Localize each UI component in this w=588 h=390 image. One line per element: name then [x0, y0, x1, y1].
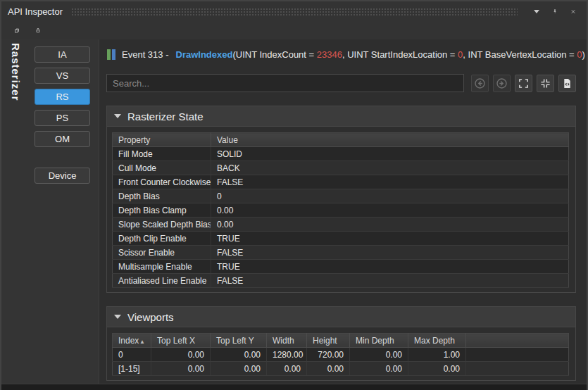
table-cell: 1.00 — [408, 348, 466, 362]
collapse-all-icon — [540, 78, 551, 89]
table-row[interactable]: 00.000.001280.00720.000.001.00 — [113, 348, 569, 362]
pin-icon — [553, 6, 557, 16]
api-inspector-panel: API Inspector — [0, 0, 588, 390]
search-input[interactable] — [106, 74, 464, 92]
drag-handle[interactable] — [71, 8, 518, 17]
event-call-line: DrawIndexed(UINT IndexCount = 23346, UIN… — [176, 49, 585, 60]
expand-all-icon — [518, 78, 529, 89]
table-cell: TRUE — [211, 232, 569, 246]
table-row[interactable]: Depth Bias0 — [113, 189, 569, 203]
window-menu-button[interactable] — [530, 5, 543, 18]
export-document-button[interactable] — [558, 75, 576, 92]
table-cell — [466, 348, 569, 362]
stage-vertical-label: Rasterizer — [10, 43, 22, 101]
export-document-icon — [562, 78, 573, 89]
table-cell: 0.00 — [408, 362, 466, 376]
table-cell: Scissor Enable — [113, 246, 211, 260]
column-header-value[interactable]: Value — [211, 133, 569, 147]
collapse-chevron-icon — [114, 114, 121, 118]
table-cell: 0.00 — [211, 362, 267, 376]
event-arg-value: 0 — [577, 49, 582, 60]
event-arg-value: 23346 — [317, 49, 342, 60]
table-row[interactable]: Antialiased Line EnableFALSE — [113, 274, 569, 288]
window-bottom-frame — [1, 384, 587, 390]
rasterizer-state-title: Rasterizer State — [127, 111, 204, 122]
table-cell: 0.00 — [307, 362, 350, 376]
table-row[interactable]: Fill ModeSOLID — [113, 147, 569, 161]
stage-button-list: IAVSRSPSOMDevice — [35, 46, 90, 184]
forward-button[interactable] — [493, 75, 511, 92]
stage-button-ia[interactable]: IA — [35, 46, 90, 63]
event-arg-text: , INT BaseVertexLocation = — [463, 49, 577, 60]
expand-all-button[interactable] — [515, 75, 532, 92]
table-row[interactable]: Cull ModeBACK — [113, 161, 569, 175]
sort-ascending-icon: ▲ — [139, 339, 145, 345]
column-header-top-left-y[interactable]: Top Left Y — [211, 334, 267, 348]
column-header-height[interactable]: Height — [307, 334, 350, 348]
stage-button-rs[interactable]: RS — [35, 89, 90, 105]
column-header-top-left-x[interactable]: Top Left X — [151, 334, 211, 348]
float-panel-icon — [14, 25, 20, 37]
back-button[interactable] — [471, 75, 489, 92]
table-cell: TRUE — [211, 260, 569, 274]
stage-button-om[interactable]: OM — [35, 131, 90, 147]
rasterizer-state-table-body: Fill ModeSOLIDCull ModeBACKFront Counter… — [113, 147, 569, 288]
rasterizer-state-header-row: PropertyValue — [113, 133, 569, 147]
event-label: Event 313 - — [122, 49, 169, 60]
rasterizer-state-header[interactable]: Rasterizer State — [107, 106, 575, 127]
table-cell: 1280.00 — [267, 348, 307, 362]
table-cell: Front Counter Clockwise — [113, 175, 211, 189]
column-header-property[interactable]: Property — [113, 133, 211, 147]
viewports-section: Viewports Index▲Top Left XTop Left YWidt… — [106, 306, 576, 381]
viewports-title: Viewports — [127, 311, 174, 323]
table-cell: SOLID — [211, 147, 569, 161]
table-cell: Slope Scaled Depth Bias — [113, 218, 211, 232]
stage-button-vs[interactable]: VS — [35, 68, 90, 84]
panel-body: Rasterizer IAVSRSPSOMDevice Event 313 - … — [1, 39, 587, 384]
pin-button[interactable] — [549, 5, 561, 18]
table-cell: 0.00 — [350, 362, 408, 376]
table-cell: Depth Bias Clamp — [113, 203, 211, 218]
column-header-max-depth[interactable]: Max Depth — [408, 334, 466, 348]
table-cell: 0.00 — [267, 362, 307, 376]
close-button[interactable] — [567, 5, 580, 18]
collapse-all-button[interactable] — [537, 75, 554, 92]
column-header-min-depth[interactable]: Min Depth — [350, 334, 408, 348]
viewports-header[interactable]: Viewports — [107, 307, 575, 327]
pipeline-sidebar: Rasterizer IAVSRSPSOMDevice — [1, 39, 99, 384]
event-signature: (UINT IndexCount = 23346, UINT StartInde… — [232, 49, 584, 60]
main-content: Event 313 - DrawIndexed(UINT IndexCount … — [99, 39, 587, 384]
table-cell: 0.00 — [211, 203, 569, 218]
column-header-index[interactable]: Index▲ — [113, 334, 151, 348]
table-cell: 0.00 — [211, 348, 267, 362]
table-row[interactable]: Front Counter ClockwiseFALSE — [113, 175, 569, 189]
table-cell: 720.00 — [307, 348, 350, 362]
stage-button-ps[interactable]: PS — [35, 110, 90, 126]
table-row[interactable]: Depth Clip EnableTRUE — [113, 232, 569, 246]
collapse-chevron-icon — [114, 315, 121, 319]
table-row[interactable]: Depth Bias Clamp0.00 — [113, 203, 569, 218]
table-row[interactable]: Slope Scaled Depth Bias0.00 — [113, 218, 569, 232]
forward-icon — [496, 77, 508, 89]
table-cell: Fill Mode — [113, 147, 211, 161]
lock-button[interactable] — [31, 23, 45, 37]
table-row[interactable]: Multisample EnableTRUE — [113, 260, 569, 274]
table-cell: Depth Bias — [113, 189, 211, 203]
event-arg-text: , UINT StartIndexLocation = — [342, 49, 458, 60]
event-call-name: DrawIndexed — [176, 49, 233, 60]
titlebar: API Inspector — [1, 1, 587, 21]
device-button[interactable]: Device — [35, 168, 90, 184]
table-cell: 0.00 — [151, 348, 211, 362]
drawcall-marker-icon — [107, 49, 115, 60]
table-cell: FALSE — [211, 175, 569, 189]
table-row[interactable]: Scissor EnableFALSE — [113, 246, 569, 260]
search-toolbar — [106, 74, 576, 92]
viewports-body: Index▲Top Left XTop Left YWidthHeightMin… — [107, 327, 575, 380]
back-icon — [474, 77, 486, 89]
table-row[interactable]: [1-15]0.000.000.000.000.000.00 — [113, 362, 569, 376]
column-header-width[interactable]: Width — [267, 334, 307, 348]
table-cell: BACK — [211, 161, 569, 175]
float-panel-button[interactable] — [10, 23, 24, 37]
column-header-empty — [466, 334, 569, 348]
table-cell: 0 — [113, 348, 151, 362]
